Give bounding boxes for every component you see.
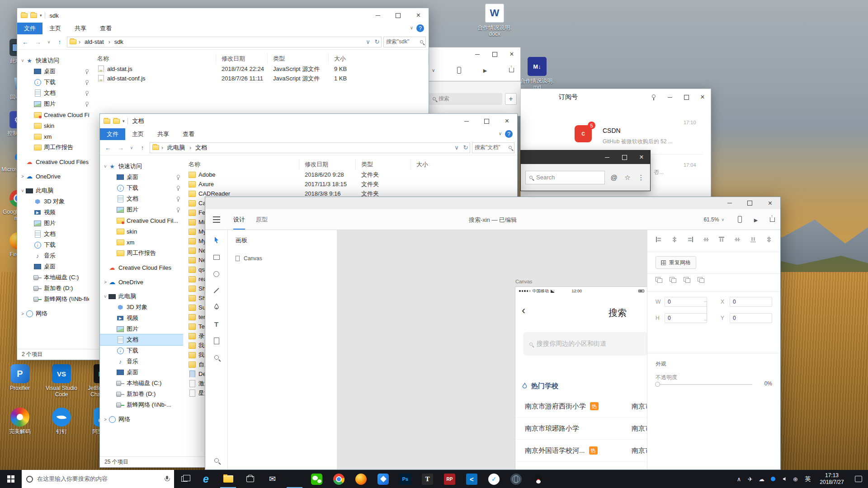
nav-item[interactable]: 文档: [17, 88, 92, 99]
nav-item[interactable]: xm: [17, 131, 92, 142]
up-button[interactable]: ↑: [137, 142, 148, 153]
feed-preview[interactable]: GitHub 被微软收购后的 52 ...: [603, 138, 679, 145]
device-preview-icon[interactable]: [731, 209, 748, 230]
expander-icon[interactable]: ˃: [20, 311, 25, 316]
ribbon-tab[interactable]: 查看: [93, 23, 118, 34]
forward-button[interactable]: →: [115, 142, 126, 153]
cloud-icon[interactable]: ☁: [756, 470, 767, 488]
column-header[interactable]: 名称: [183, 159, 299, 170]
favorite-icon[interactable]: ☆: [623, 174, 632, 182]
maximize-button[interactable]: [740, 197, 760, 209]
nav-item[interactable]: 桌面: [100, 367, 183, 378]
nav-item[interactable]: Creative Cloud Fil...: [17, 109, 92, 120]
expander-icon[interactable]: ˅: [20, 58, 25, 63]
close-button[interactable]: [694, 89, 711, 105]
titlebar[interactable]: ▾ 文档: [100, 114, 517, 128]
nav-item[interactable]: Creative Cloud Fil...: [100, 215, 183, 226]
pen-tool[interactable]: [212, 303, 221, 312]
repeat-grid-button[interactable]: 重复网格: [656, 256, 696, 269]
taskbar-app-button[interactable]: [306, 470, 328, 488]
minimize-button[interactable]: [456, 114, 476, 128]
chevron-down-icon[interactable]: ∨: [432, 68, 435, 73]
up-button[interactable]: ↑: [54, 37, 65, 47]
refresh-icon[interactable]: ↻: [462, 144, 470, 151]
nav-item[interactable]: 周工作报告: [17, 142, 92, 153]
nav-item[interactable]: 周工作报告: [100, 248, 183, 258]
breadcrumb-item[interactable]: 文档: [187, 144, 209, 152]
field-input[interactable]: 0: [665, 313, 707, 323]
taskbar-app-button[interactable]: [350, 470, 372, 488]
zoom-tool[interactable]: [212, 353, 221, 362]
expander-icon[interactable]: ˅: [103, 294, 108, 299]
address-bar[interactable]: ald-statsdk ∨ ↻: [67, 37, 382, 47]
minimize-button[interactable]: [662, 89, 678, 105]
ribbon-tab[interactable]: 共享: [151, 128, 176, 140]
microphone-icon[interactable]: [164, 475, 170, 483]
field-input[interactable]: 0: [730, 313, 772, 323]
nav-item[interactable]: 3D 对象: [17, 196, 92, 207]
nav-item[interactable]: ˅ 快速访问: [17, 55, 92, 66]
nav-item[interactable]: 本地磁盘 (C:): [17, 272, 92, 283]
align-bottom-icon[interactable]: [750, 236, 756, 243]
recent-locations-icon[interactable]: ∨: [128, 142, 135, 153]
nav-item[interactable]: xm: [100, 237, 183, 248]
recent-locations-icon[interactable]: ∨: [45, 37, 52, 47]
volume-icon[interactable]: [778, 470, 790, 488]
nav-item[interactable]: 图片: [100, 324, 183, 334]
taskbar-app-button[interactable]: Ps: [394, 470, 416, 488]
minimize-button[interactable]: [469, 47, 486, 61]
minimize-button[interactable]: [599, 150, 616, 164]
zoom-bottom-icon[interactable]: [212, 456, 221, 465]
ribbon-collapse-icon[interactable]: ∨: [410, 25, 413, 30]
breadcrumb-item[interactable]: ald-stat: [76, 38, 106, 45]
play-icon[interactable]: [748, 209, 764, 230]
align-middle-icon[interactable]: [734, 236, 741, 243]
ribbon-tab[interactable]: 文件: [17, 23, 42, 34]
file-row[interactable]: Adobe 2018/6/20 9:28 文件夹: [183, 170, 517, 179]
refresh-icon[interactable]: ↻: [373, 38, 381, 45]
expander-icon[interactable]: ˃: [103, 280, 108, 285]
close-button[interactable]: [633, 150, 650, 164]
list-item[interactable]: 南京外国语学校河... 热 南京市: [515, 440, 647, 462]
close-button[interactable]: [503, 47, 520, 61]
quick-access-toolbar-caret[interactable]: ▾: [123, 119, 125, 123]
rectangle-tool[interactable]: [212, 253, 221, 262]
nav-item[interactable]: 桌面: [17, 66, 92, 77]
artboard-label[interactable]: Canvas: [515, 279, 532, 284]
nav-item[interactable]: 下载: [100, 183, 183, 193]
taskbar-app-button[interactable]: RP: [439, 470, 461, 488]
align-center-icon[interactable]: [671, 236, 678, 243]
share-icon[interactable]: [509, 68, 514, 72]
nav-item[interactable]: 音乐: [17, 250, 92, 261]
nav-item[interactable]: ˃ OneDrive: [100, 277, 183, 287]
maximize-button[interactable]: [486, 47, 503, 61]
titlebar[interactable]: 订阅号: [521, 89, 711, 105]
maximize-button[interactable]: [678, 89, 694, 105]
slider-knob[interactable]: [655, 382, 660, 387]
nav-item[interactable]: 新加卷 (D:): [100, 389, 183, 399]
quick-access-toolbar-caret[interactable]: ▾: [40, 13, 42, 18]
app-tray-icon[interactable]: [767, 470, 778, 488]
search-box[interactable]: 搜索"文档": [472, 142, 514, 153]
link-dimensions-icon[interactable]: [704, 301, 707, 320]
nav-item[interactable]: 下载: [100, 345, 183, 356]
nav-item[interactable]: ˅ 此电脑: [17, 185, 92, 196]
column-header[interactable]: 类型: [268, 53, 329, 64]
back-chevron-icon[interactable]: ‹: [522, 304, 525, 317]
nav-item[interactable]: 新蜂网络 (\\Nb-file...: [17, 294, 92, 305]
tab-design[interactable]: 设计: [233, 209, 245, 230]
text-tool[interactable]: T: [212, 319, 221, 328]
nav-item[interactable]: 图片: [100, 204, 183, 215]
action-center-button[interactable]: [849, 470, 868, 488]
taskbar-app-button[interactable]: [461, 470, 483, 488]
nav-item[interactable]: 下载: [17, 239, 92, 250]
nav-item[interactable]: Creative Cloud Files: [100, 262, 183, 273]
taskbar-app-button[interactable]: [372, 470, 394, 488]
column-header[interactable]: 名称: [92, 53, 216, 64]
search-box[interactable]: 搜索"sdk": [383, 37, 426, 47]
plane-icon[interactable]: ✈: [745, 470, 756, 488]
boolean-exclude-icon[interactable]: [698, 277, 704, 283]
desktop-icon[interactable]: W 合作情况说明.docx: [477, 4, 512, 37]
address-dropdown-icon[interactable]: ∨: [453, 144, 461, 151]
zoom-select[interactable]: 61.5%∨: [703, 216, 724, 223]
